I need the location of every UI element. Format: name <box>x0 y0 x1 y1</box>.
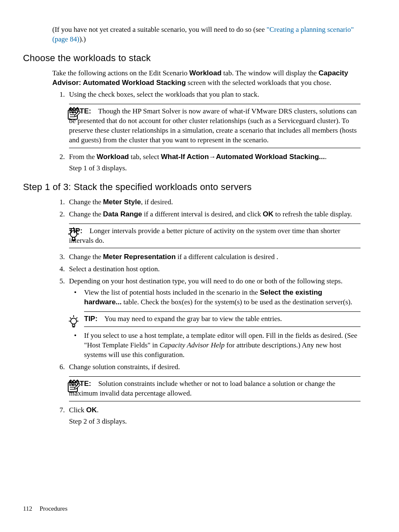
s2-s7-line2: Step 2 of 3 displays. <box>69 417 127 425</box>
list-item: 6. Change solution constraints, if desir… <box>52 362 361 372</box>
intro-paragraph: (If you have not yet created a suitable … <box>52 25 361 44</box>
svg-line-18 <box>70 318 71 319</box>
num: 5. <box>52 277 65 286</box>
tip-box: TIP: Longer intervals provide a better p… <box>69 224 361 249</box>
step1-text: Using the check boxes, select the worklo… <box>69 90 259 98</box>
num: 7. <box>52 406 65 415</box>
list-item: View the list of potential hosts include… <box>69 288 361 307</box>
s2-s3-b: Meter Representation <box>103 253 176 261</box>
tip-text: Longer intervals provide a better pictur… <box>69 227 340 244</box>
tip-icon <box>67 314 82 329</box>
s5-sublist: View the list of potential hosts include… <box>69 288 361 307</box>
s2-s3-post: if a different calculation is desired . <box>176 253 278 261</box>
s1-step2-line2: Step 1 of 3 displays. <box>69 164 127 172</box>
s1-para-post: screen with the selected workloads that … <box>186 79 331 87</box>
heading-choose-workloads: Choose the workloads to stack <box>23 52 361 64</box>
svg-line-11 <box>77 230 78 231</box>
section1-list: 1. Using the check boxes, select the wor… <box>52 90 361 100</box>
num: 2. <box>52 210 65 219</box>
s2-s1-pre: Change the <box>69 198 103 206</box>
num: 6. <box>52 362 65 372</box>
tip-box-2: TIP: You may need to expand the gray bar… <box>84 311 361 327</box>
list-item: If you select to use a host template, a … <box>69 331 361 360</box>
list-item: 1. Using the check boxes, select the wor… <box>52 90 361 100</box>
section1-paragraph: Take the following actions on the Edit S… <box>52 69 361 88</box>
s2-s7-pre: Click <box>69 406 86 414</box>
s2-s2-post: to refresh the table display. <box>274 210 352 218</box>
s2-s1-post: , if desired. <box>141 198 173 206</box>
s1-step2-post: . <box>325 153 327 161</box>
note-text: Though the HP Smart Solver is now aware … <box>69 107 357 144</box>
num: 1. <box>52 198 65 207</box>
s1-step2-b1: Workload <box>97 153 129 161</box>
s1-step2-b2: What-If Action <box>161 153 209 161</box>
list-item: 5. Depending on your host destination ty… <box>52 277 361 360</box>
svg-point-4 <box>70 231 77 237</box>
note-box: NOTE: Though the HP Smart Solver is now … <box>69 104 361 148</box>
note-icon <box>66 107 81 121</box>
svg-rect-5 <box>72 237 75 240</box>
s1-step2-pre: From the <box>69 153 97 161</box>
svg-line-19 <box>76 318 77 319</box>
s5b2-italic: Capacity Advisor Help <box>159 341 225 349</box>
tip-text: You may need to expand the gray bar to v… <box>104 315 282 323</box>
s1-step2-b3: Automated Workload Stacking... <box>216 153 325 161</box>
list-item: 1. Change the Meter Style, if desired. <box>52 198 361 207</box>
intro-post: ).) <box>79 35 86 43</box>
s2-s7-b: OK <box>86 406 97 414</box>
section1-list-2: 2. From the Workload tab, select What-If… <box>52 152 361 173</box>
page-number: 112 <box>23 505 32 512</box>
s1-para-mid: tab. The window will display the <box>222 69 319 77</box>
s2-s2-mid: if a different interval is desired, and … <box>142 210 263 218</box>
s2-s4: Select a destination host option. <box>69 265 160 273</box>
list-item: 4. Select a destination host option. <box>52 265 361 274</box>
num: 3. <box>52 252 65 262</box>
s2-s1-b: Meter Style <box>103 198 141 206</box>
arrow: → <box>209 153 216 161</box>
section2-list-c: 7. Click OK. Step 2 of 3 displays. <box>52 406 361 427</box>
s2-s2-pre: Change the <box>69 210 103 218</box>
list-item: 7. Click OK. Step 2 of 3 displays. <box>52 406 361 427</box>
intro-pre: (If you have not yet created a suitable … <box>52 26 266 33</box>
footer-section: Procedures <box>40 505 68 512</box>
note-wrapper-2: NOTE: Solution constraints include wheth… <box>52 376 361 401</box>
section2-list-b: 3. Change the Meter Representation if a … <box>52 252 361 372</box>
svg-rect-13 <box>72 324 74 326</box>
tip-icon <box>66 226 81 241</box>
list-item: 2. From the Workload tab, select What-If… <box>52 152 361 173</box>
svg-point-12 <box>71 318 77 324</box>
section2-list-a: 1. Change the Meter Style, if desired. 2… <box>52 198 361 219</box>
num: 4. <box>52 265 65 274</box>
s1-step2-mid: tab, select <box>129 153 161 161</box>
s2-s2-b2: OK <box>263 210 274 218</box>
note-icon <box>66 379 81 393</box>
s5b1-pre: View the list of potential hosts include… <box>84 288 260 296</box>
num: 2. <box>52 152 65 162</box>
note-wrapper: NOTE: Though the HP Smart Solver is now … <box>52 104 361 148</box>
s1-para-b1: Workload <box>189 69 221 77</box>
svg-line-10 <box>69 230 71 231</box>
list-item: 2. Change the Data Range if a different … <box>52 210 361 219</box>
page-footer: 112 Procedures <box>23 504 67 513</box>
s2-s7-post: . <box>97 406 99 414</box>
s1-para-pre: Take the following actions on the Edit S… <box>52 69 189 77</box>
note-box: NOTE: Solution constraints include wheth… <box>69 376 361 401</box>
s2-s2-b1: Data Range <box>103 210 142 218</box>
s5-sublist-2: If you select to use a host template, a … <box>69 331 361 360</box>
page: (If you have not yet created a suitable … <box>0 0 399 532</box>
tip-wrapper: TIP: Longer intervals provide a better p… <box>52 224 361 249</box>
num: 1. <box>52 90 65 100</box>
s2-s6: Change solution constraints, if desired. <box>69 363 180 371</box>
s2-s3-pre: Change the <box>69 253 103 261</box>
content: (If you have not yet created a suitable … <box>23 25 361 427</box>
tip-label: TIP: <box>84 315 97 323</box>
list-item: 3. Change the Meter Representation if a … <box>52 252 361 262</box>
s2-s5: Depending on your host destination type,… <box>69 277 343 285</box>
s5b1-post: table. Check the box(es) for the system(… <box>122 298 352 306</box>
heading-step1of3: Step 1 of 3: Stack the specified workloa… <box>23 181 361 193</box>
note-text: Solution constraints include whether or … <box>69 380 335 397</box>
